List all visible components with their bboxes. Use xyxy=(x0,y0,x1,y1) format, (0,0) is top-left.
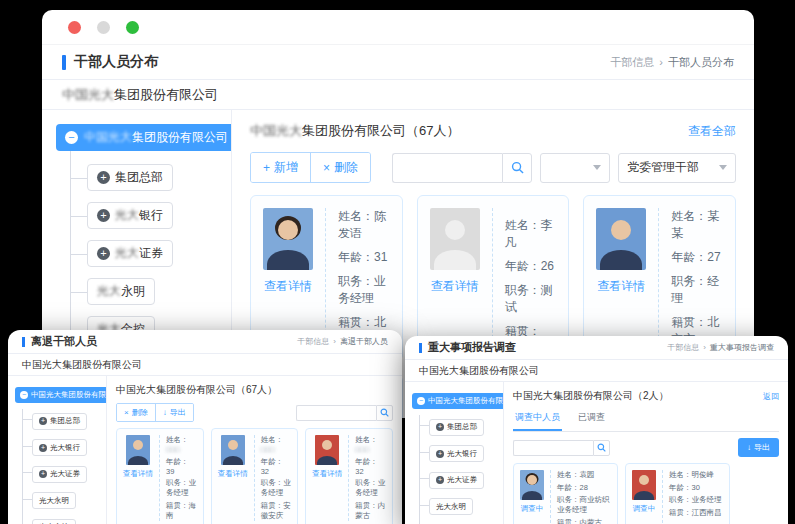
company-bar: 中国光大集团股份有限公司 xyxy=(405,360,788,382)
tree-node-bank[interactable]: +光大银行 xyxy=(87,202,231,229)
expand-icon[interactable]: + xyxy=(39,417,47,425)
tab-under-investigation[interactable]: 调查中人员 xyxy=(513,408,562,431)
download-icon: ↓ xyxy=(163,408,167,417)
tree-node[interactable]: 光大永明 xyxy=(32,489,106,510)
tree-node[interactable]: +集团总部 xyxy=(429,415,503,436)
close-window-button[interactable] xyxy=(68,21,81,34)
search-button[interactable] xyxy=(376,405,393,421)
view-detail-link[interactable]: 查看详情 xyxy=(431,278,479,295)
view-detail-link[interactable]: 查看详情 xyxy=(218,469,248,479)
tree-node[interactable]: 光大金控 xyxy=(32,515,106,524)
tree-node[interactable]: 光大永明 xyxy=(429,495,503,516)
major-matters-window: 重大事项报告调查 干部信息 › 重大事项报告调查 中国光大集团股份有限公司 −中… xyxy=(405,336,788,524)
page-title: 离退干部人员 xyxy=(31,334,97,349)
page-title: 重大事项报告调查 xyxy=(428,340,516,355)
company-bar: 中国光大集团股份有限公司 xyxy=(42,80,754,110)
tree-node-securities[interactable]: +光大证券 xyxy=(87,240,231,267)
breadcrumb: 干部信息 › 干部人员分布 xyxy=(610,55,734,70)
page-title: 干部人员分布 xyxy=(74,53,158,71)
expand-icon[interactable]: + xyxy=(39,470,47,478)
tree-node[interactable]: +集团总部 xyxy=(32,409,106,430)
view-detail-link[interactable]: 查看详情 xyxy=(264,278,312,295)
person-photo xyxy=(596,208,646,270)
collapse-icon[interactable]: − xyxy=(417,397,425,405)
page-header: 干部人员分布 干部信息 › 干部人员分布 xyxy=(42,44,754,80)
breadcrumb: 干部信息 › 重大事项报告调查 xyxy=(667,342,774,353)
company-bar: 中国光大集团股份有限公司 xyxy=(8,354,402,376)
view-detail-link[interactable]: 查看详情 xyxy=(123,469,153,479)
person-card: 查看详情 姓名：□□□ 年龄：32 职务：业务经理 籍贯：内蒙古 xyxy=(305,428,393,524)
tree-node[interactable]: +光大银行 xyxy=(32,436,106,457)
breadcrumb-parent[interactable]: 干部信息 xyxy=(610,55,654,70)
chevron-down-icon xyxy=(593,165,601,170)
main-content: 中国光大集团股份有限公司（67人） ×删除 ↓导出 查看详情 xyxy=(107,376,402,524)
tree-root-node[interactable]: −中国光大集团股份有限公司 xyxy=(412,393,504,409)
chevron-down-icon xyxy=(719,165,727,170)
org-tree-sidebar: −中国光大集团股份有限公司 +集团总部 +光大银行 +光大证券 光大永明 光大金… xyxy=(405,382,504,524)
cadre-type-select[interactable]: 党委管理干部 xyxy=(618,153,736,183)
expand-icon[interactable]: + xyxy=(97,209,110,222)
window-titlebar xyxy=(42,10,754,44)
view-detail-link[interactable]: 查看详情 xyxy=(597,278,645,295)
content-title: 中国光大集团股份有限公司（2人） xyxy=(513,389,669,403)
search-input[interactable] xyxy=(513,440,593,456)
org-tree-sidebar: −中国光大集团股份有限公司 +集团总部 +光大银行 +光大证券 光大永明 光大金… xyxy=(8,376,107,524)
minimize-window-button[interactable] xyxy=(97,21,110,34)
retired-cadre-window: 离退干部人员 干部信息 › 离退干部人员 中国光大集团股份有限公司 −中国光大集… xyxy=(8,330,402,524)
expand-icon[interactable]: + xyxy=(436,450,444,458)
search-input[interactable] xyxy=(296,405,376,421)
tree-node[interactable]: +光大银行 xyxy=(429,442,503,463)
collapse-icon[interactable]: − xyxy=(20,391,28,399)
view-detail-link[interactable]: 查看详情 xyxy=(312,469,342,479)
expand-icon[interactable]: + xyxy=(39,444,47,452)
search-button[interactable] xyxy=(502,153,532,183)
tab-investigated[interactable]: 已调查 xyxy=(576,408,607,431)
person-photo xyxy=(315,435,339,465)
collapse-icon[interactable]: − xyxy=(65,131,78,144)
tree-node-hq[interactable]: +集团总部 xyxy=(87,164,231,191)
avatar-placeholder xyxy=(430,208,480,270)
title-accent-bar xyxy=(419,343,422,353)
breadcrumb: 干部信息 › 离退干部人员 xyxy=(297,336,388,347)
content-title: 中国光大集团股份有限公司（67人） xyxy=(250,122,459,140)
breadcrumb-current: 重大事项报告调查 xyxy=(710,342,774,353)
breadcrumb-current: 干部人员分布 xyxy=(668,55,734,70)
export-button[interactable]: ↓导出 xyxy=(738,438,779,457)
tree-node-yongming[interactable]: 光大永明 xyxy=(87,278,231,305)
tree-root-node[interactable]: − 中国光大集团股份有限公司 xyxy=(56,124,232,151)
tree-node[interactable]: +光大证券 xyxy=(32,462,106,483)
title-accent-bar xyxy=(62,55,66,70)
content-title: 中国光大集团股份有限公司（67人） xyxy=(116,383,277,397)
close-icon: × xyxy=(323,161,330,175)
investigating-link[interactable]: 调查中 xyxy=(633,504,656,514)
investigating-link[interactable]: 调查中 xyxy=(521,504,544,514)
delete-button[interactable]: ×删除 xyxy=(117,404,155,421)
maximize-window-button[interactable] xyxy=(126,21,139,34)
delete-button[interactable]: ×删除 xyxy=(310,153,370,182)
breadcrumb-current: 离退干部人员 xyxy=(340,336,388,347)
search-icon xyxy=(511,161,524,174)
expand-icon[interactable]: + xyxy=(97,247,110,260)
back-link[interactable]: 返回 xyxy=(763,391,779,402)
search-icon xyxy=(597,443,606,452)
export-button[interactable]: ↓导出 xyxy=(155,404,193,421)
add-button[interactable]: +新增 xyxy=(251,153,310,182)
person-photo xyxy=(126,435,150,465)
expand-icon[interactable]: + xyxy=(436,423,444,431)
breadcrumb-sep-icon: › xyxy=(659,56,663,68)
breadcrumb-sep-icon: › xyxy=(333,337,336,346)
tree-node[interactable]: +光大证券 xyxy=(429,468,503,489)
tree-root-node[interactable]: −中国光大集团股份有限公司 xyxy=(15,387,107,403)
search-button[interactable] xyxy=(593,440,610,456)
filter-select-empty[interactable] xyxy=(540,153,610,183)
page-header: 重大事项报告调查 干部信息 › 重大事项报告调查 xyxy=(405,336,788,360)
breadcrumb-parent[interactable]: 干部信息 xyxy=(297,336,329,347)
view-all-link[interactable]: 查看全部 xyxy=(688,123,736,140)
expand-icon[interactable]: + xyxy=(97,171,110,184)
breadcrumb-sep-icon: › xyxy=(703,343,706,352)
main-content: 中国光大集团股份有限公司（2人） 返回 调查中人员 已调查 ↓导出 xyxy=(504,382,788,524)
expand-icon[interactable]: + xyxy=(436,476,444,484)
download-icon: ↓ xyxy=(747,443,751,452)
search-input[interactable] xyxy=(392,153,502,183)
breadcrumb-parent[interactable]: 干部信息 xyxy=(667,342,699,353)
